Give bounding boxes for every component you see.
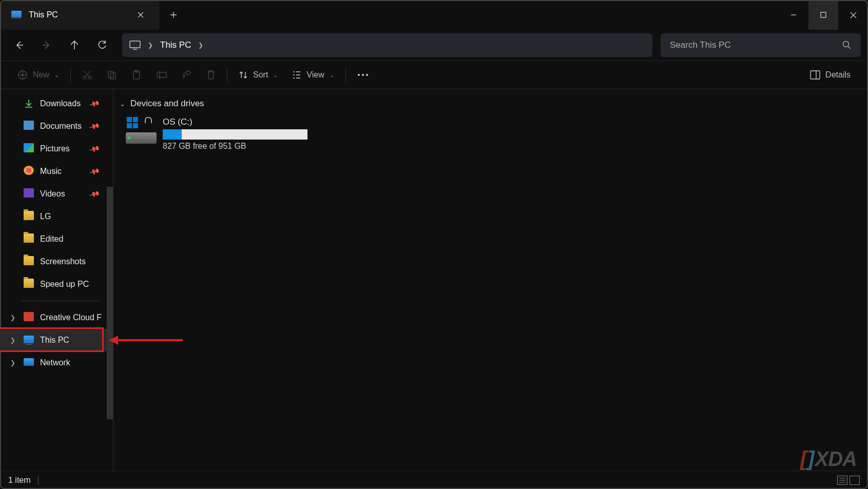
sidebar-item-label: Creative Cloud F — [40, 313, 102, 322]
refresh-button[interactable] — [90, 33, 114, 57]
sidebar-item-label: Network — [40, 358, 70, 367]
more-button[interactable] — [351, 65, 375, 85]
pin-icon: 📌 — [88, 98, 100, 109]
search-input[interactable]: Search This PC — [661, 33, 861, 57]
chevron-down-icon: ⌄ — [330, 72, 334, 79]
cut-icon — [82, 70, 92, 80]
sidebar-item-music[interactable]: Music 📌 — [0, 160, 113, 183]
net-icon — [24, 358, 34, 368]
paste-button[interactable] — [125, 65, 148, 85]
copy-button[interactable] — [101, 65, 123, 85]
plus-circle-icon — [17, 70, 28, 80]
address-location[interactable]: This PC — [160, 40, 191, 50]
this-pc-icon — [11, 11, 22, 19]
folder-icon — [24, 211, 34, 222]
navigation-pane: Downloads 📌 Documents 📌 Pictures 📌 Music… — [0, 89, 113, 471]
watermark: [] XDA — [800, 447, 857, 471]
sidebar-item-label: Speed up PC — [40, 280, 89, 289]
chevron-down-icon: ⌄ — [273, 72, 278, 79]
music-icon — [24, 166, 34, 177]
sidebar-item-creative-cloud-f[interactable]: ❯ Creative Cloud F — [0, 306, 113, 329]
sidebar-item-videos[interactable]: Videos 📌 — [0, 183, 113, 205]
svg-rect-10 — [157, 72, 166, 77]
paste-icon — [131, 70, 142, 80]
sort-button[interactable]: Sort ⌄ — [233, 65, 284, 85]
chevron-down-icon: ⌄ — [54, 72, 59, 79]
sort-icon — [239, 70, 248, 80]
this-pc-icon — [129, 41, 141, 50]
back-button[interactable] — [7, 33, 31, 57]
sidebar-item-documents[interactable]: Documents 📌 — [0, 115, 113, 138]
chevron-right-icon[interactable]: ❯ — [198, 42, 203, 49]
search-icon — [842, 41, 852, 50]
svg-point-12 — [362, 74, 364, 76]
active-tab[interactable]: This PC — [0, 0, 159, 30]
close-tab-button[interactable] — [130, 12, 151, 18]
drive-usage-bar — [163, 129, 307, 140]
svg-point-11 — [358, 74, 360, 76]
rename-icon — [156, 70, 167, 80]
svg-rect-14 — [811, 71, 820, 79]
svg-point-2 — [843, 42, 849, 47]
copy-icon — [107, 70, 117, 80]
sidebar-item-label: Pictures — [40, 144, 70, 153]
sidebar-item-label: Downloads — [40, 99, 81, 108]
sidebar-item-lg[interactable]: LG — [0, 205, 113, 228]
large-icons-view-button[interactable] — [850, 476, 860, 485]
scrollbar[interactable] — [107, 187, 113, 419]
details-pane-button[interactable]: Details — [804, 65, 857, 85]
maximize-button[interactable] — [808, 0, 838, 30]
window-controls — [779, 0, 868, 30]
chevron-down-icon: ⌄ — [120, 100, 125, 108]
new-tab-button[interactable] — [159, 0, 188, 30]
address-bar[interactable]: ❯ This PC ❯ — [122, 33, 652, 57]
svg-rect-1 — [130, 41, 140, 48]
sidebar-item-edited[interactable]: Edited — [0, 228, 113, 250]
download-icon — [24, 99, 34, 109]
chevron-right-icon[interactable]: ❯ — [8, 314, 17, 321]
view-button[interactable]: View ⌄ — [286, 65, 340, 85]
ellipsis-icon — [357, 73, 369, 76]
status-item-count: 1 item — [8, 476, 31, 485]
sidebar-item-label: LG — [40, 212, 51, 221]
sidebar-item-label: Screenshots — [40, 257, 86, 266]
details-view-button[interactable] — [837, 476, 847, 485]
sidebar-item-label: Edited — [40, 234, 63, 244]
status-bar: 1 item — [0, 471, 868, 489]
close-window-button[interactable] — [838, 0, 868, 30]
svg-rect-7 — [110, 73, 115, 79]
drive-free-text: 827 GB free of 951 GB — [163, 142, 307, 151]
drive-item[interactable]: OS (C:) 827 GB free of 951 GB — [119, 115, 863, 153]
delete-button[interactable] — [200, 65, 222, 85]
pin-icon: 📌 — [88, 188, 100, 200]
pin-icon: 📌 — [88, 121, 100, 132]
rename-button[interactable] — [150, 65, 173, 85]
titlebar: This PC — [0, 0, 868, 30]
new-button[interactable]: New ⌄ — [11, 65, 65, 85]
sidebar-item-screenshots[interactable]: Screenshots — [0, 250, 113, 273]
forward-button[interactable] — [35, 33, 59, 57]
sidebar-item-downloads[interactable]: Downloads 📌 — [0, 92, 113, 115]
chevron-right-icon[interactable]: ❯ — [8, 359, 17, 366]
pin-icon: 📌 — [88, 143, 100, 154]
up-button[interactable] — [63, 33, 86, 57]
section-title: Devices and drives — [130, 99, 204, 109]
sidebar-item-speed-up-pc[interactable]: Speed up PC — [0, 273, 113, 296]
sidebar-item-network[interactable]: ❯ Network — [0, 351, 113, 374]
tab-title: This PC — [29, 10, 123, 19]
share-button[interactable] — [176, 65, 198, 85]
svg-point-13 — [366, 74, 368, 76]
chevron-right-icon[interactable]: ❯ — [8, 337, 17, 344]
sidebar-item-label: This PC — [40, 336, 69, 345]
section-header[interactable]: ⌄ Devices and drives — [119, 96, 863, 115]
minimize-button[interactable] — [779, 0, 808, 30]
svg-rect-6 — [108, 71, 113, 77]
cut-button[interactable] — [76, 65, 99, 85]
share-icon — [182, 70, 192, 80]
details-pane-icon — [810, 70, 820, 80]
content-pane: ⌄ Devices and drives OS (C:) 827 GB free… — [113, 89, 868, 471]
sidebar-item-this-pc[interactable]: ❯ This PC — [0, 329, 113, 351]
sidebar-item-pictures[interactable]: Pictures 📌 — [0, 138, 113, 160]
chevron-right-icon[interactable]: ❯ — [148, 42, 153, 49]
sidebar-item-label: Music — [40, 167, 62, 176]
